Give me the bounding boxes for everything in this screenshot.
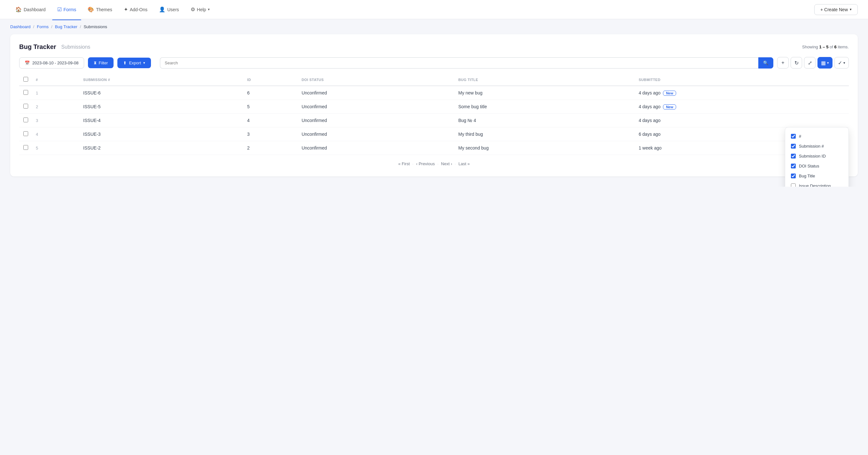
columns-button[interactable]: ▦ ▾: [817, 57, 833, 68]
nav-users-label: Users: [167, 7, 179, 12]
export-icon: ⬆: [123, 60, 127, 65]
row-bug-title: Bug № 4: [455, 114, 635, 127]
pagination-previous[interactable]: ‹ Previous: [416, 161, 435, 166]
column-label: Submission ID: [799, 154, 826, 159]
nav-addons[interactable]: ✦ Add-Ons: [119, 4, 153, 15]
nav-help[interactable]: ⚙ Help ▾: [186, 4, 215, 15]
row-submission: ISSUE-2: [79, 141, 243, 155]
dropdown-item[interactable]: Submission #: [785, 141, 848, 151]
grid-icon: ▦: [821, 60, 826, 66]
row-checkbox[interactable]: [19, 127, 32, 141]
column-checkbox-submission-#[interactable]: [791, 144, 796, 148]
search-icon: 🔍: [763, 60, 769, 65]
row-doi-status: Unconfirmed: [298, 127, 455, 141]
row-num: 5: [32, 141, 79, 155]
breadcrumb-sep-2: /: [51, 24, 53, 29]
nav-dashboard[interactable]: 🏠 Dashboard: [10, 4, 51, 15]
refresh-button[interactable]: ↻: [790, 57, 802, 68]
col-doi-status: DOI STATUS: [298, 74, 455, 86]
home-icon: 🏠: [16, 6, 22, 12]
pagination-last[interactable]: Last »: [458, 161, 469, 166]
table-row: 4 ISSUE-3 3 Unconfirmed My third bug 6 d…: [19, 127, 849, 141]
nav-users[interactable]: 👤 Users: [154, 4, 184, 15]
row-submission: ISSUE-4: [79, 114, 243, 127]
calendar-icon: 📅: [25, 60, 30, 65]
checkmark-button[interactable]: ✓ ▾: [834, 57, 849, 68]
filter-icon: ⧗: [94, 60, 97, 65]
filter-label: Filter: [99, 60, 108, 65]
nav-help-label: Help: [197, 7, 206, 12]
column-label: #: [799, 134, 801, 139]
column-checkbox-issue-description[interactable]: [791, 183, 796, 187]
breadcrumb-bugtracker[interactable]: Bug Tracker: [55, 24, 78, 29]
addons-icon: ✦: [124, 6, 128, 12]
dropdown-item[interactable]: Submission ID: [785, 151, 848, 161]
themes-icon: 🎨: [88, 6, 94, 12]
table-row: 3 ISSUE-4 4 Unconfirmed Bug № 4 4 days a…: [19, 114, 849, 127]
table-header-row: # SUBMISSION # ID DOI STATUS BUG TITLE S…: [19, 74, 849, 86]
main-card: Bug Tracker Submissions Showing 1 – 5 of…: [10, 34, 858, 176]
date-range-button[interactable]: 📅 2023-08-10 - 2023-09-08: [19, 57, 84, 68]
filter-button[interactable]: ⧗ Filter: [88, 57, 114, 68]
showing-total: 6: [834, 45, 836, 49]
row-doi-status: Unconfirmed: [298, 86, 455, 100]
create-new-label: + Create New: [820, 7, 848, 12]
dropdown-item[interactable]: Bug Title: [785, 171, 848, 181]
row-id: 2: [243, 141, 298, 155]
create-new-button[interactable]: + Create New ▾: [814, 4, 858, 15]
new-badge: New: [663, 91, 676, 96]
search-button[interactable]: 🔍: [758, 57, 773, 68]
row-checkbox[interactable]: [19, 114, 32, 127]
row-submission: ISSUE-3: [79, 127, 243, 141]
pagination-first[interactable]: « First: [398, 161, 410, 166]
column-label: DOI Status: [799, 164, 819, 168]
dropdown-item[interactable]: Issue Description: [785, 181, 848, 187]
breadcrumb-forms[interactable]: Forms: [37, 24, 49, 29]
row-checkbox[interactable]: [19, 141, 32, 155]
search-input[interactable]: [160, 57, 758, 68]
breadcrumb-dashboard[interactable]: Dashboard: [10, 24, 31, 29]
add-button[interactable]: +: [777, 57, 789, 68]
showing-text: Showing 1 – 5 of 6 items.: [802, 45, 849, 49]
breadcrumb: Dashboard / Forms / Bug Tracker / Submis…: [0, 19, 868, 34]
dropdown-item[interactable]: DOI Status: [785, 161, 848, 171]
column-checkbox-#[interactable]: [791, 134, 796, 139]
export-button[interactable]: ⬆ Export ▾: [117, 58, 151, 68]
row-id: 6: [243, 86, 298, 100]
row-bug-title: My third bug: [455, 127, 635, 141]
row-checkbox[interactable]: [19, 86, 32, 100]
search-group: 🔍: [160, 57, 773, 68]
dropdown-item[interactable]: #: [785, 131, 848, 141]
table-row: 1 ISSUE-6 6 Unconfirmed My new bug 4 day…: [19, 86, 849, 100]
nav-dashboard-label: Dashboard: [24, 7, 46, 12]
nav-addons-label: Add-Ons: [130, 7, 148, 12]
row-submission: ISSUE-6: [79, 86, 243, 100]
help-icon: ⚙: [191, 6, 195, 12]
col-id: ID: [243, 74, 298, 86]
col-num: #: [32, 74, 79, 86]
table-row: 5 ISSUE-2 2 Unconfirmed My second bug 1 …: [19, 141, 849, 155]
row-submitted: 4 days agoNew: [635, 100, 849, 114]
column-checkbox-doi-status[interactable]: [791, 164, 796, 168]
col-submission: SUBMISSION #: [79, 74, 243, 86]
expand-button[interactable]: ⤢: [804, 57, 815, 68]
column-checkbox-bug-title[interactable]: [791, 174, 796, 178]
nav-forms-label: Forms: [64, 7, 76, 12]
column-label: Submission #: [799, 144, 824, 148]
row-submitted: 4 days agoNew: [635, 86, 849, 100]
row-checkbox[interactable]: [19, 100, 32, 114]
row-doi-status: Unconfirmed: [298, 100, 455, 114]
breadcrumb-current: Submissions: [84, 24, 107, 29]
column-checkbox-submission-id[interactable]: [791, 154, 796, 159]
select-all-checkbox[interactable]: [23, 77, 28, 82]
check-icon: ✓: [838, 60, 842, 66]
chevron-down-icon: ▾: [143, 61, 145, 65]
toolbar-icon-group: + ↻ ⤢ ▦ ▾ ✓ ▾: [777, 57, 849, 68]
nav-themes[interactable]: 🎨 Themes: [83, 4, 117, 15]
column-label: Issue Description: [799, 183, 831, 187]
pagination-next[interactable]: Next ›: [441, 161, 452, 166]
chevron-down-icon: ▾: [843, 61, 845, 65]
row-submitted: 4 days ago: [635, 114, 849, 127]
date-range-label: 2023-08-10 - 2023-09-08: [32, 60, 79, 65]
nav-forms[interactable]: ☑ Forms: [52, 4, 82, 15]
